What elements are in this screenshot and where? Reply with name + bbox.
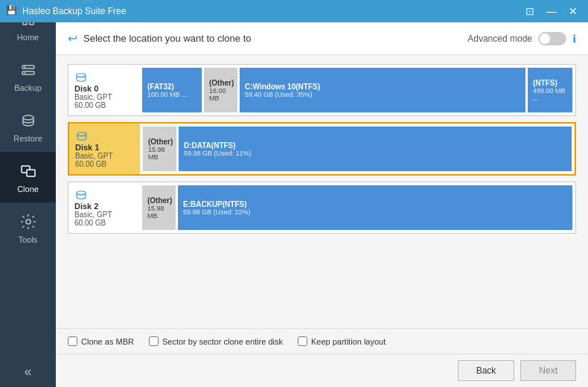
sector-by-sector-label: Sector by sector clone entire disk — [162, 337, 283, 346]
partition-ntfs: (NTFS) 499.00 MB ... — [528, 68, 572, 112]
disk-type-2: Basic, GPT — [74, 211, 133, 219]
clone-mbr-check[interactable]: Clone as MBR — [68, 336, 134, 346]
back-arrow-icon: ↩ — [68, 31, 77, 45]
svg-point-12 — [77, 191, 86, 195]
partition-data: D:DATA(NTFS) 59.98 GB (Used: 11%) — [179, 127, 572, 171]
disk-row-2[interactable]: Disk 2 Basic, GPT 60.00 GB (Other) 15.98… — [68, 182, 576, 234]
svg-rect-6 — [27, 170, 35, 176]
header-right: Advanced mode ℹ — [467, 32, 576, 45]
backup-icon — [18, 60, 39, 80]
disk-icon-1 — [75, 129, 89, 143]
advanced-mode-toggle[interactable] — [538, 32, 566, 45]
restore-icon — [18, 110, 39, 131]
disk-size-1: 60.00 GB — [75, 160, 134, 168]
partition-other-1: (Other) 15.98 MB — [143, 127, 176, 171]
sector-by-sector-input[interactable] — [149, 336, 159, 346]
svg-point-4 — [23, 115, 33, 120]
clone-mbr-label: Clone as MBR — [81, 337, 134, 346]
sector-by-sector-check[interactable]: Sector by sector clone entire disk — [149, 336, 283, 346]
app-title: Hasleo Backup Suite Free — [22, 6, 521, 16]
disk-partitions-0: (FAT32) 100.00 MB ... (Other) 16.00 MB C… — [139, 65, 575, 115]
sidebar-item-tools[interactable]: Tools — [0, 202, 56, 253]
svg-point-8 — [77, 74, 86, 77]
restore-btn[interactable]: ⊡ — [521, 5, 539, 17]
tools-icon — [18, 211, 39, 232]
disk-name-0: Disk 0 — [74, 84, 133, 93]
disk-row-1[interactable]: Disk 1 Basic, GPT 60.00 GB (Other) 15.98… — [68, 122, 576, 176]
info-icon[interactable]: ℹ — [572, 33, 576, 45]
clone-icon — [18, 161, 39, 182]
next-button[interactable]: Next — [520, 360, 576, 381]
disk-type-1: Basic, GPT — [75, 152, 134, 160]
disk-info-2: Disk 2 Basic, GPT 60.00 GB — [68, 182, 139, 233]
disk-icon-0 — [74, 71, 88, 84]
keep-layout-label: Keep partition layout — [311, 337, 386, 346]
disk-partitions-2: (Other) 15.98 MB E:BACKUP(NTFS) 59.98 GB… — [139, 182, 575, 233]
header-bar: ↩ Select the location you want to clone … — [56, 22, 588, 55]
backup-label: Backup — [14, 83, 42, 92]
header-left: ↩ Select the location you want to clone … — [68, 31, 251, 45]
back-button[interactable]: Back — [458, 360, 515, 381]
partition-other-0: (Other) 16.00 MB — [204, 68, 237, 112]
sidebar-item-restore[interactable]: Restore — [0, 101, 56, 152]
minimize-btn[interactable]: — — [542, 5, 561, 17]
tools-label: Tools — [19, 235, 38, 244]
partition-other-2: (Other) 15.98 MB — [142, 185, 176, 230]
svg-point-7 — [26, 220, 31, 224]
keep-layout-check[interactable]: Keep partition layout — [298, 336, 386, 346]
disk-info-1: Disk 1 Basic, GPT 60.00 GB — [69, 124, 140, 174]
disk-info-0: Disk 0 Basic, GPT 60.00 GB — [68, 65, 139, 115]
clone-mbr-input[interactable] — [68, 336, 77, 346]
disk-name-1: Disk 1 — [75, 143, 134, 152]
disk-list: Disk 0 Basic, GPT 60.00 GB (FAT32) 100.0… — [56, 55, 588, 328]
header-title: Select the location you want to clone to — [83, 33, 251, 44]
partition-windows: C:Windows 10(NTFS) 59.40 GB (Used: 35%) — [240, 68, 525, 112]
svg-point-10 — [77, 132, 86, 136]
close-btn[interactable]: ✕ — [564, 5, 582, 17]
disk-row-0[interactable]: Disk 0 Basic, GPT 60.00 GB (FAT32) 100.0… — [68, 64, 576, 116]
partition-backup: E:BACKUP(NTFS) 59.98 GB (Used: 22%) — [178, 185, 572, 230]
app-icon: 💾 — [6, 5, 18, 17]
disk-partitions-1: (Other) 15.98 MB D:DATA(NTFS) 59.98 GB (… — [140, 124, 575, 174]
restore-label: Restore — [13, 134, 42, 143]
sidebar-item-backup[interactable]: Backup — [0, 51, 56, 101]
clone-label: Clone — [17, 185, 39, 194]
window-controls: ⊡ — ✕ — [521, 5, 582, 17]
main-content: ↩ Select the location you want to clone … — [56, 22, 588, 387]
keep-layout-input[interactable] — [298, 336, 307, 346]
svg-point-2 — [24, 66, 25, 68]
disk-name-2: Disk 2 — [74, 202, 133, 211]
sidebar-collapse-btn[interactable]: « — [24, 364, 31, 380]
advanced-mode-label: Advanced mode — [467, 33, 532, 44]
footer-checkboxes: Clone as MBR Sector by sector clone enti… — [56, 328, 588, 354]
titlebar: 💾 Hasleo Backup Suite Free ⊡ — ✕ — [0, 0, 588, 22]
footer-buttons: Back Next — [56, 354, 588, 387]
svg-point-3 — [24, 72, 25, 74]
home-label: Home — [17, 33, 39, 42]
sidebar-item-clone[interactable]: Clone — [0, 152, 56, 202]
disk-icon-2 — [74, 188, 88, 202]
disk-size-2: 60.00 GB — [74, 219, 133, 227]
sidebar: Home Backup Restore — [0, 0, 56, 387]
disk-size-0: 60.00 GB — [74, 101, 133, 109]
disk-type-0: Basic, GPT — [74, 93, 133, 101]
partition-fat32: (FAT32) 100.00 MB ... — [142, 68, 202, 112]
